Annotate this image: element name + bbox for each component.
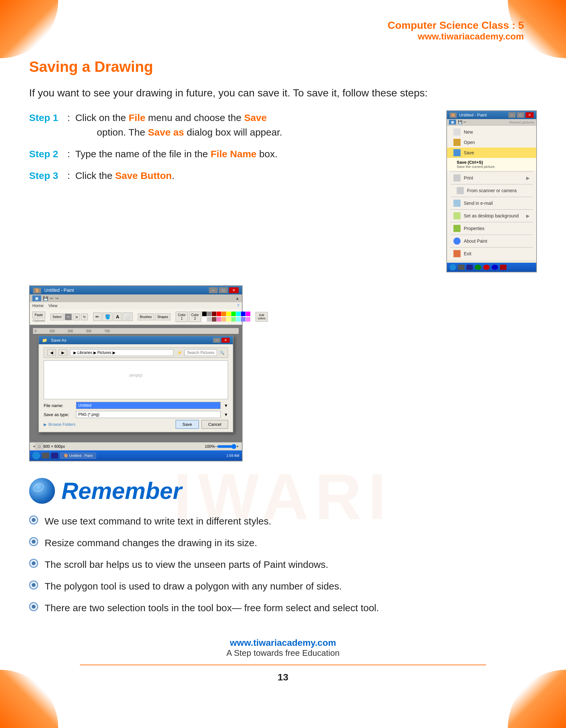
footer-divider (80, 665, 486, 665)
footer: www.tiwariacademy.com A Step towards fre… (29, 628, 537, 699)
paint-mini-titlebar: 🎨 Untitled - Paint − □ ✕ (447, 111, 536, 119)
paint-mini-controls: − □ ✕ (508, 112, 534, 118)
remember-item-2: Resize command changes the drawing in it… (29, 535, 537, 550)
paint-main-area: 🎨 Untitled - Paint − □ ✕ ▣ 💾 ↩ ↪ ▲ (29, 285, 537, 461)
menu-view[interactable]: View (49, 303, 58, 308)
color2-btn[interactable]: Color2 (189, 312, 201, 322)
menu-help-icon[interactable]: ? (237, 303, 239, 308)
header-title: Computer Science Class : 5 (29, 19, 524, 31)
browse-folders[interactable]: ▶ Browse Folders (44, 422, 75, 427)
step-3-colon: : (65, 168, 70, 183)
color-cyan[interactable] (236, 312, 241, 316)
footer-page: 13 (29, 672, 537, 683)
paint-menu-scanner: From scanner or camera (447, 185, 536, 196)
edit-colors-btn[interactable]: Editcolors (256, 312, 268, 322)
color1-btn[interactable]: Color1 (176, 312, 188, 322)
select-btn[interactable]: Select (50, 314, 64, 320)
print-icon (453, 174, 461, 182)
color-gray[interactable] (207, 312, 212, 316)
email-icon (453, 200, 461, 207)
resize-btn[interactable]: ⇲ (73, 314, 80, 320)
color-pink[interactable] (217, 317, 221, 322)
filename-field: File name: Untitled ▼ (44, 402, 228, 409)
colors-group: Color1 Color2 (176, 312, 250, 322)
color-black[interactable] (202, 312, 207, 316)
step-3-text: Click the Save Button. (75, 168, 437, 183)
filename-input[interactable]: Untitled (76, 402, 221, 409)
fill-btn[interactable]: 🪣 (103, 313, 113, 321)
remember-text-4: The polygon tool is used to draw a polyg… (45, 579, 342, 593)
color-light-cyan[interactable] (236, 317, 241, 322)
taskbar-time: 1:59 AM (227, 454, 239, 458)
header: Computer Science Class : 5 www.tiwariaca… (29, 10, 537, 48)
dialog-search-input[interactable] (185, 349, 217, 356)
nav-back-btn[interactable]: ◀ (47, 349, 56, 356)
color-light-blue[interactable] (241, 317, 246, 322)
paint-mini-taskbar (447, 263, 536, 272)
maximize-button[interactable]: □ (219, 287, 228, 293)
remember-text-2: Resize command changes the drawing in it… (45, 535, 257, 550)
filetype-select[interactable]: PNG (*.png) (76, 411, 221, 418)
filename-label: File name: (44, 403, 73, 408)
pencil-btn[interactable]: ✏ (93, 313, 102, 321)
canvas-dimensions: 800 × 600px (43, 444, 65, 449)
footer-url: www.tiwariacademy.com (29, 638, 537, 648)
canvas-size-indicator: □ (35, 444, 43, 449)
paint-main-window: 🎨 Untitled - Paint − □ ✕ ▣ 💾 ↩ ↪ ▲ (29, 285, 243, 461)
dialog-cancel-btn[interactable]: Cancel (202, 420, 228, 429)
dialog-path: ▶ Libraries ▶ Pictures ▶ (70, 349, 173, 356)
color-red[interactable] (217, 312, 221, 316)
dialog-close-btn[interactable]: ✕ (222, 338, 230, 343)
eraser-btn[interactable]: ⬜ (123, 313, 133, 321)
taskbar-start[interactable] (32, 452, 40, 459)
taskbar-icon-5 (492, 265, 498, 270)
crop-btn[interactable]: ✂ (65, 314, 72, 320)
dialog-min-btn[interactable]: − (213, 338, 220, 343)
rotate-btn[interactable]: ↻ (81, 314, 88, 320)
color-blue[interactable] (241, 312, 246, 316)
taskbar-icon-4 (483, 265, 490, 270)
shapes-btn[interactable]: Shapes (155, 314, 171, 320)
close-button[interactable]: ✕ (229, 287, 239, 293)
taskbar-explorer (51, 453, 58, 458)
color-light-magenta[interactable] (246, 317, 250, 322)
ruler-top: 0 100 200 300 700 (33, 328, 239, 334)
color-orange[interactable] (222, 312, 226, 316)
footer-tagline: A Step towards free Education (29, 648, 537, 658)
bullet-2 (29, 537, 38, 546)
step-1-colon: : (65, 110, 70, 125)
nav-forward-btn[interactable]: ▶ (59, 349, 67, 356)
zoom-slider[interactable] (217, 444, 237, 449)
menu-home[interactable]: Home (32, 303, 44, 308)
color-light-green[interactable] (231, 317, 236, 322)
text-btn[interactable]: A (114, 313, 121, 321)
paste-btn[interactable]: Paste (32, 312, 45, 318)
color-dark-red[interactable] (212, 312, 217, 316)
paint-mini-toolbar-row: ▣ 💾 ↩ Recent pictures (447, 119, 536, 126)
color-white[interactable] (202, 317, 207, 322)
color-magenta[interactable] (246, 312, 250, 316)
dialog-nav: ◀ ▶ ▶ Libraries ▶ Pictures ▶ ⚡ 🔍 (44, 347, 228, 358)
paint-mini-screenshot: 🎨 Untitled - Paint − □ ✕ ▣ 💾 ↩ Recent pi… (446, 110, 537, 272)
paint-mini-title: 🎨 Untitled - Paint (449, 113, 487, 117)
dialog-save-btn[interactable]: Save (176, 420, 199, 429)
color-yellow[interactable] (227, 312, 231, 316)
step-1-row: Step 1 : Click on the File menu and choo… (29, 110, 437, 139)
color-peach[interactable] (222, 317, 226, 322)
brushes-btn[interactable]: Brushes (138, 314, 154, 320)
file-menu-btn[interactable]: ▣ (32, 295, 41, 301)
paint-menu-about: About Paint (447, 236, 536, 246)
menu-divider-4 (450, 209, 533, 210)
paint-menu-exit: Exit (447, 248, 536, 259)
open-icon (453, 139, 461, 146)
paint-menu-email: Send in e-mail (447, 198, 536, 208)
color-light-yellow[interactable] (227, 317, 231, 322)
paint-mini-file-btn: ▣ (449, 120, 456, 125)
taskbar-icon-6 (500, 265, 506, 270)
color-green[interactable] (231, 312, 236, 316)
color-light-gray[interactable] (207, 317, 212, 322)
taskbar-paint-window[interactable]: 🎨 Untitled - Paint (60, 453, 96, 459)
minimize-button[interactable]: − (209, 287, 218, 293)
color-brown[interactable] (212, 317, 217, 322)
paint-menu-properties: Properties (447, 223, 536, 234)
